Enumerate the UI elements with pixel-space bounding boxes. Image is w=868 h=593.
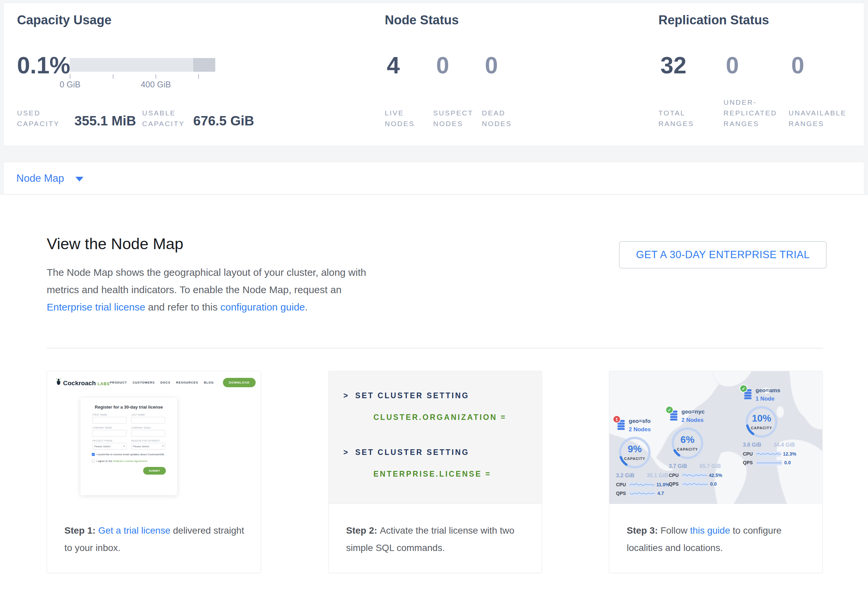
cpu-sparkline (629, 482, 654, 487)
capacity-ring: 9% CAPACITY (617, 435, 652, 470)
select-caret-icon: ▾ (124, 444, 125, 447)
company-name-label: COMPANY NAME (93, 427, 127, 429)
axis-tick-label-0: 0 GiB (50, 80, 90, 90)
trial-license-form: Register for a 30-day trial license FIRS… (80, 398, 177, 495)
nav-item-blog: BLOG (204, 381, 214, 384)
capacity-percent: 10% (744, 413, 779, 424)
first-name-label: FIRST NAME (93, 413, 127, 416)
suspect-nodes-value: 0 (436, 54, 449, 77)
live-nodes-label: LIVE NODES (385, 108, 415, 129)
cpu-row: CPU 11.0% (616, 482, 669, 487)
this-guide-link[interactable]: this guide (690, 525, 730, 536)
unavailable-ranges-value: 0 (791, 54, 804, 77)
mini-site-header: Cockroach LABS PRODUCT CUSTOMERS DOCS RE… (56, 377, 254, 388)
usable-capacity-value: 676.5 GiB (193, 113, 254, 128)
capacity-caption: CAPACITY (670, 447, 705, 451)
healthy-badge: ✓ (740, 384, 747, 393)
submit-button: SUBMIT (143, 467, 166, 475)
node-map-description: The Node Map shows the geographical layo… (47, 264, 375, 316)
cockroach-bug-icon (56, 378, 61, 385)
license-agreement-checkbox-row: I agree to the Software License Agreemen… (92, 459, 166, 463)
dashboard-view-selector-bar: Node Map (3, 162, 864, 194)
sql-statement-2: SET CLUSTER SETTING (355, 448, 469, 456)
capacity-usage-bar-segment (193, 58, 215, 72)
usable-capacity-label: USABLE CAPACITY (142, 108, 185, 129)
live-nodes-value: 4 (387, 54, 400, 77)
get-enterprise-trial-button[interactable]: GET A 30-DAY ENTERPRISE TRIAL (619, 241, 827, 268)
capacity-percent-value: 0.1% (17, 54, 71, 77)
step-1-caption: Step 1: Get a trial license delivered st… (64, 522, 249, 557)
unavailable-ranges-label: UNAVAILABLE RANGES (788, 108, 846, 129)
healthy-badge: ✓ (666, 406, 673, 414)
total-ranges-value: 32 (660, 54, 686, 77)
sql-setting-license: ENTERPRISE.LICENSE = (373, 469, 491, 478)
company-email-field (131, 430, 165, 437)
step-1-card: Cockroach LABS PRODUCT CUSTOMERS DOCS RE… (47, 371, 261, 573)
qps-sparkline (757, 460, 782, 465)
cluster-summary-panel: Capacity Usage 0.1% 0 GiB 400 GiB USED C… (3, 3, 864, 146)
capacity-gib-row: 3.6 GiB 34.4 GiB (743, 442, 795, 448)
download-button: DOWNLOAD (223, 378, 255, 387)
nav-item-docs: DOCS (161, 381, 171, 384)
qps-row: QPS 4.7 (616, 491, 669, 496)
company-name-field (93, 430, 127, 437)
capacity-caption: CAPACITY (744, 426, 779, 430)
region-node-count: 2 Nodes (682, 417, 704, 424)
configuration-guide-link[interactable]: configuration guide (220, 302, 305, 312)
software-license-agreement-link: Software License Agreement (113, 460, 147, 463)
form-title: Register for a 30-day trial license (92, 405, 166, 409)
project-phase-label: PROJECT PHASE (93, 440, 127, 442)
capacity-gib-row: 3.7 GiB 65.7 GiB (669, 463, 721, 469)
sql-prompt: > (343, 391, 349, 400)
step-2-caption: Step 2: Activate the trial license with … (346, 522, 531, 557)
enterprise-trial-license-link[interactable]: Enterprise trial license (47, 302, 145, 312)
get-trial-license-link[interactable]: Get a trial license (98, 525, 170, 536)
axis-tick (70, 74, 71, 79)
dead-nodes-value: 0 (485, 54, 498, 77)
page-title: View the Node Map (47, 234, 183, 253)
checkbox-empty-icon (92, 460, 95, 463)
dead-nodes-label: DEAD NODES (482, 108, 512, 129)
last-name-field (131, 417, 165, 424)
cpu-row: CPU 12.3% (743, 451, 796, 456)
capacity-gib-row: 3.2 GiB 35.1 GiB (616, 472, 668, 478)
qps-sparkline (630, 491, 655, 496)
email-updates-checkbox-row: ✓ I would like to receive email updates … (92, 453, 166, 456)
step-3-caption: Step 3: Follow this guide to configure l… (627, 522, 812, 557)
error-badge: 1 (613, 415, 621, 423)
checkbox-checked-icon: ✓ (92, 453, 95, 456)
region-node-count: 1 Node (756, 396, 775, 402)
total-ranges-label: TOTAL RANGES (658, 108, 694, 129)
sql-setting-organization: CLUSTER.ORGANIZATION = (373, 413, 506, 422)
reason-for-interest-select: Please Select▾ (131, 443, 165, 450)
reason-for-interest-label: REASON FOR INTEREST (131, 440, 165, 442)
capacity-ring: 6% CAPACITY (670, 426, 705, 461)
region-name: geo=nyc (682, 409, 704, 415)
qps-row: QPS 0.0 (669, 481, 722, 487)
step-2-card: >SET CLUSTER SETTING CLUSTER.ORGANIZATIO… (328, 371, 542, 573)
node-map-dropdown[interactable]: Node Map (16, 162, 83, 195)
capacity-percent: 9% (617, 444, 652, 455)
axis-tick (155, 74, 156, 79)
sql-prompt: > (343, 448, 349, 456)
cpu-row: CPU 42.5% (669, 472, 722, 478)
capacity-usage-bar (70, 58, 215, 72)
cpu-sparkline (756, 452, 781, 456)
under-replicated-ranges-value: 0 (726, 54, 739, 77)
axis-tick (113, 74, 114, 79)
axis-tick (198, 74, 199, 79)
cockroach-labs-logo: Cockroach LABS (56, 378, 110, 387)
select-caret-icon: ▾ (162, 444, 164, 447)
qps-row: QPS 0.0 (743, 460, 796, 465)
project-phase-select: Please Select▾ (93, 443, 127, 450)
used-capacity-value: 355.1 MiB (74, 113, 136, 128)
node-status-title: Node Status (385, 13, 459, 27)
first-name-field (93, 417, 127, 424)
step-3-card: 1 geo=sfo 2 Nodes 9% CAPACITY 3.2 GiB 35 (609, 371, 822, 573)
sql-commands-illustration: >SET CLUSTER SETTING CLUSTER.ORGANIZATIO… (329, 371, 542, 504)
nav-item-resources: RESOURCES (176, 381, 198, 384)
replication-status-title: Replication Status (658, 13, 769, 27)
axis-tick-label-400: 400 GiB (136, 80, 176, 90)
sql-statement-1: SET CLUSTER SETTING (355, 391, 469, 400)
capacity-caption: CAPACITY (617, 456, 652, 461)
